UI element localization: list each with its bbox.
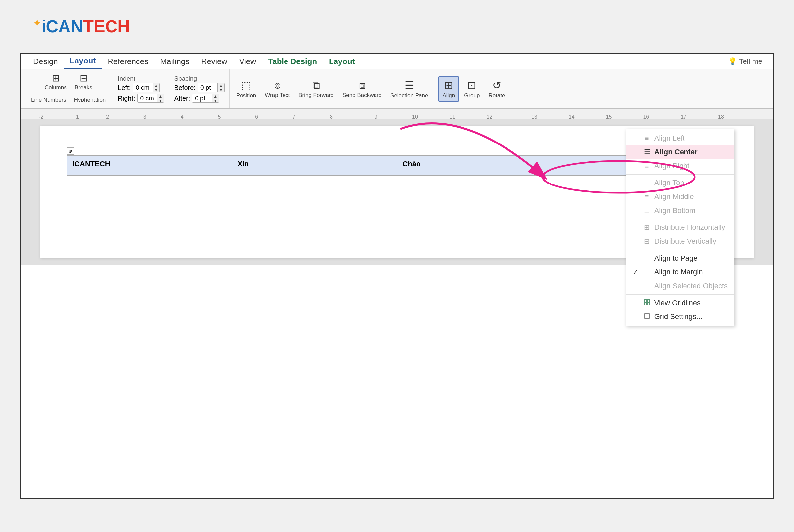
breaks-label: Breaks (75, 84, 92, 91)
menu-item-align-selected[interactable]: Align Selected Objects (626, 279, 734, 293)
tell-me-label[interactable]: Tell me (739, 57, 762, 66)
indent-right-down[interactable]: ▼ (158, 98, 164, 102)
menu-item-align-margin[interactable]: ✓ Align to Margin (626, 265, 734, 279)
indent-right-spinbox[interactable]: 0 cm ▲ ▼ (137, 94, 164, 103)
indent-right-up[interactable]: ▲ (158, 94, 164, 98)
spacing-before-spinbox[interactable]: 0 pt ▲ ▼ (198, 83, 225, 92)
menu-item-align-middle[interactable]: ≡ Align Middle (626, 190, 734, 204)
tab-layout[interactable]: Layout (64, 54, 102, 69)
indent-right-value: 0 cm (137, 94, 158, 102)
distribute-h-icon: ⊞ (643, 224, 651, 231)
table-cell-xin[interactable]: Xin (232, 156, 397, 175)
columns-button[interactable]: ⊞ Columns (42, 71, 70, 92)
tab-mailings[interactable]: Mailings (154, 54, 195, 69)
svg-rect-3 (647, 303, 650, 305)
align-page-label: Align to Page (654, 254, 698, 263)
table-data-cell-2[interactable] (232, 175, 397, 202)
ribbon-content: ⊞ Columns ⊟ Breaks Line Numbers Hyphenat… (20, 70, 774, 109)
columns-icon: ⊞ (52, 73, 59, 84)
indent-left-down[interactable]: ▼ (153, 88, 160, 92)
align-bottom-label: Align Bottom (654, 206, 696, 215)
spacing-after-down[interactable]: ▼ (212, 98, 219, 102)
bring-forward-button[interactable]: ⧉ Bring Forward (295, 77, 337, 100)
menu-separator-4 (626, 294, 734, 294)
position-icon: ⬚ (241, 79, 251, 92)
indent-left-up[interactable]: ▲ (153, 83, 160, 88)
align-left-label: Align Left (654, 134, 685, 142)
table-data-cell-3[interactable] (397, 175, 562, 202)
line-numbers-label: Line Numbers (31, 97, 66, 103)
menu-item-distribute-v[interactable]: ⊟ Distribute Vertically (626, 234, 734, 248)
align-margin-label: Align to Margin (654, 268, 703, 277)
rotate-button[interactable]: ↺ Rotate (485, 77, 508, 101)
spacing-before-value: 0 pt (198, 83, 218, 92)
align-top-icon: ⊤ (643, 179, 651, 187)
distribute-h-label: Distribute Horizontally (654, 223, 725, 232)
group-button[interactable]: ⊡ Group (461, 77, 483, 101)
wrap-text-label: Wrap Text (265, 92, 290, 98)
tab-review[interactable]: Review (195, 54, 233, 69)
group-icon: ⊡ (467, 79, 476, 92)
tab-references[interactable]: References (101, 54, 154, 69)
arrange-separator (435, 79, 435, 99)
breaks-button[interactable]: ⊟ Breaks (72, 71, 95, 92)
menu-item-align-center[interactable]: ☰ Align Center (626, 145, 734, 159)
tab-design[interactable]: Design (27, 54, 64, 69)
spacing-after-spinbox[interactable]: 0 pt ▲ ▼ (192, 94, 219, 103)
tab-view[interactable]: View (233, 54, 262, 69)
ruler: -2 1 2 3 4 5 6 7 8 9 10 11 12 13 14 15 1… (20, 109, 774, 119)
view-gridlines-icon (643, 299, 651, 307)
send-backward-button[interactable]: ⧈ Send Backward (339, 77, 385, 100)
table-data-cell-1[interactable] (67, 175, 232, 202)
rotate-icon: ↺ (492, 79, 501, 92)
align-button[interactable]: ⊞ Align (438, 76, 459, 101)
ribbon-tabs: Design Layout References Mailings Review… (20, 54, 774, 70)
menu-item-grid-settings[interactable]: Grid Settings... (626, 310, 734, 324)
indent-left-spinbox[interactable]: 0 cm ▲ ▼ (133, 83, 160, 92)
grid-settings-icon (643, 313, 651, 321)
menu-item-align-top[interactable]: ⊤ Align Top (626, 176, 734, 190)
svg-rect-1 (647, 300, 650, 302)
wrap-text-icon: ⌾ (274, 79, 280, 91)
align-dropdown-menu: ≡ Align Left ☰ Align Center ≡ Align Righ… (626, 129, 735, 326)
selection-pane-button[interactable]: ☰ Selection Pane (387, 77, 431, 101)
svg-rect-2 (644, 303, 647, 305)
table-move-handle[interactable]: ⊕ (67, 148, 74, 155)
position-button[interactable]: ⬚ Position (233, 77, 259, 101)
tab-table-layout[interactable]: Layout (323, 54, 361, 69)
menu-item-distribute-h[interactable]: ⊞ Distribute Horizontally (626, 221, 734, 234)
logo-tech: TECH (83, 17, 130, 36)
wrap-text-button[interactable]: ⌾ Wrap Text (261, 77, 293, 100)
table-cell-chao[interactable]: Chào (397, 156, 562, 175)
ribbon-group-arrange: ⬚ Position ⌾ Wrap Text ⧉ Bring Forward ⧈… (229, 70, 770, 109)
table-cell-icantech[interactable]: ICANTECH (67, 156, 232, 175)
hyphenation-label: Hyphenation (74, 97, 106, 103)
tab-table-design[interactable]: Table Design (262, 54, 323, 69)
spacing-before-down[interactable]: ▼ (218, 88, 224, 92)
logo: ✦ i CAN TECH (33, 17, 130, 36)
lightbulb-icon: 💡 (728, 57, 737, 66)
menu-item-view-gridlines[interactable]: View Gridlines (626, 296, 734, 310)
align-center-icon: ☰ (643, 148, 651, 156)
spacing-after-value: 0 pt (192, 94, 212, 102)
hyphenation-button[interactable]: Hyphenation (72, 95, 108, 104)
align-top-label: Align Top (654, 178, 684, 187)
indent-left-label: Left: (118, 84, 131, 92)
rotate-label: Rotate (488, 92, 505, 99)
align-label: Align (442, 92, 455, 99)
send-backward-label: Send Backward (343, 92, 382, 98)
align-bottom-icon: ⊥ (643, 207, 651, 214)
spacing-before-up[interactable]: ▲ (218, 83, 224, 88)
menu-item-align-right[interactable]: ≡ Align Right (626, 159, 734, 173)
menu-item-align-page[interactable]: Align to Page (626, 251, 734, 265)
bring-forward-icon: ⧉ (312, 79, 320, 91)
line-numbers-button[interactable]: Line Numbers (29, 95, 69, 104)
menu-separator-3 (626, 250, 734, 250)
selection-pane-label: Selection Pane (390, 92, 428, 99)
columns-label: Columns (45, 84, 67, 91)
menu-item-align-left[interactable]: ≡ Align Left (626, 131, 734, 145)
align-left-icon: ≡ (643, 135, 651, 142)
bring-forward-label: Bring Forward (298, 92, 334, 98)
menu-item-align-bottom[interactable]: ⊥ Align Bottom (626, 204, 734, 217)
spacing-after-up[interactable]: ▲ (212, 94, 219, 98)
